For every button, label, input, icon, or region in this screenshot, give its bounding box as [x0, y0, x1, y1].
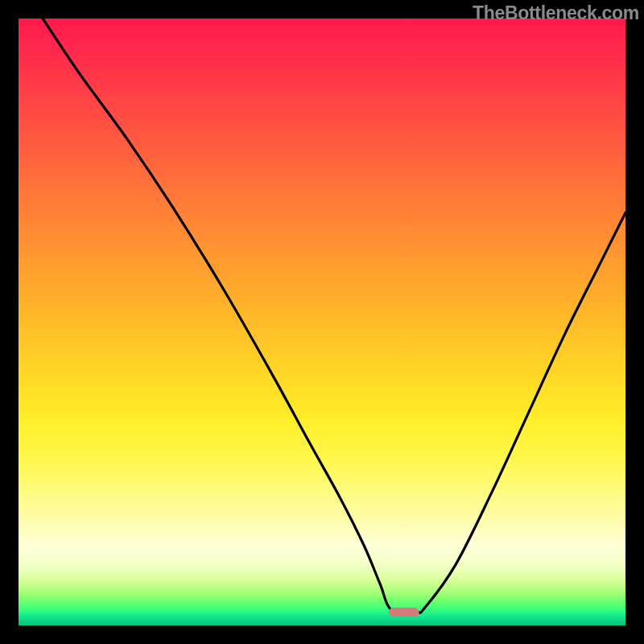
annotation-layer	[389, 608, 419, 617]
bottleneck-curve	[43, 19, 625, 613]
minimum-marker	[389, 608, 419, 617]
plot-area	[19, 19, 625, 625]
curve-layer	[43, 19, 625, 613]
chart-svg	[19, 19, 625, 625]
chart-frame: TheBottleneck.com	[0, 0, 644, 644]
watermark-text: TheBottleneck.com	[473, 2, 639, 24]
